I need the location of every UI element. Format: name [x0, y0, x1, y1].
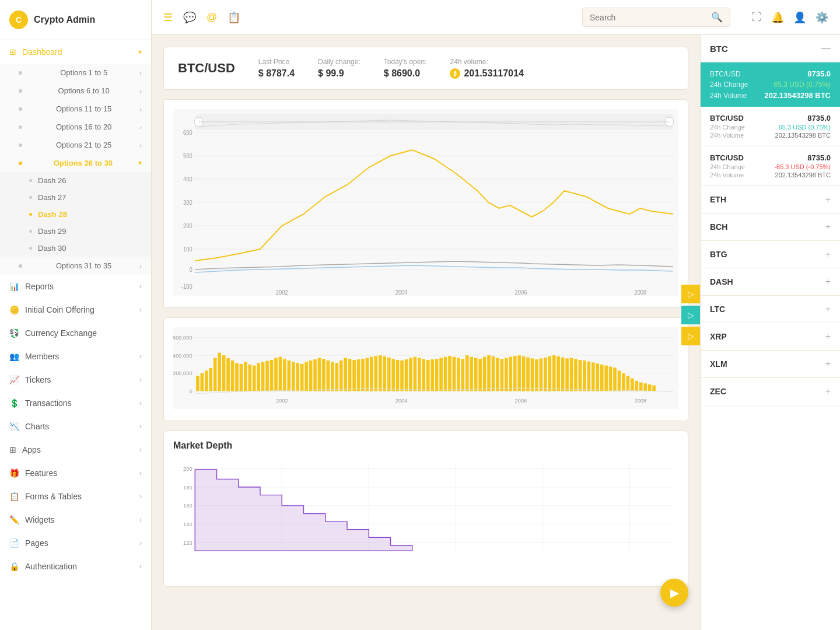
sidebar-item-dash28[interactable]: Dash 28 [0, 206, 151, 223]
sidebar-item-pages[interactable]: 📄 Pages › [0, 531, 151, 555]
chevron-right-icon: › [139, 124, 142, 131]
sidebar-item-exchange[interactable]: 💱 Currency Exchange [0, 321, 151, 345]
trading-pair: BTC/USD [178, 61, 235, 76]
notification-icon[interactable]: 🔔 [771, 11, 784, 24]
auth-icon: 🔒 [9, 562, 19, 571]
svg-rect-59 [288, 360, 291, 391]
active-change-label: 24h Change [710, 80, 748, 89]
svg-text:0: 0 [189, 388, 192, 394]
sidebar-item-members[interactable]: 👥 Members › [0, 345, 151, 368]
sidebar-item-transactions[interactable]: 💲 Transactions › [0, 391, 151, 415]
sidebar-item-dashboard[interactable]: ⊞ Dashboard ▾ [0, 40, 151, 64]
sidebar-item-ico[interactable]: 🪙 Initial Coin Offering › [0, 298, 151, 321]
search-input[interactable] [590, 13, 706, 22]
widgets-icon: ✏️ [9, 515, 19, 524]
svg-text:300: 300 [183, 200, 192, 206]
rp-xrp-item[interactable]: XRP + [701, 323, 840, 351]
main-area: ☰ 💬 @ 📋 🔍 ⛶ 🔔 👤 ⚙️ BTC/USD Last Price $ … [152, 0, 840, 630]
chevron-right-icon: › [139, 376, 142, 384]
svg-rect-138 [631, 379, 634, 391]
svg-text:400,000: 400,000 [173, 353, 192, 359]
chevron-down-icon: ▾ [138, 48, 142, 56]
rp-bch-item[interactable]: BCH + [701, 214, 840, 241]
sidebar-item-auth[interactable]: 🔒 Authentication › [0, 555, 151, 578]
svg-rect-77 [366, 358, 369, 391]
market-depth-title: Market Depth [173, 440, 678, 451]
svg-rect-111 [513, 356, 517, 391]
float-btn-icon: ▶ [670, 586, 679, 600]
dashboard-content: BTC/USD Last Price $ 8787.4 Daily change… [152, 35, 700, 630]
sidebar-item-dash27[interactable]: Dash 27 [0, 189, 151, 206]
sub-group-options-1-5[interactable]: Options 1 to 5 › [0, 64, 151, 82]
app-name: Crypto Admin [34, 15, 95, 25]
svg-rect-65 [313, 359, 317, 391]
sidebar-item-dash30[interactable]: Dash 30 [0, 240, 151, 257]
chevron-right-icon: › [139, 69, 142, 76]
svg-rect-74 [352, 360, 356, 391]
rp-ltc-item[interactable]: LTC + [701, 296, 840, 323]
user-icon[interactable]: 👤 [793, 11, 806, 24]
side-float-button-3[interactable]: ▷ [681, 327, 700, 345]
svg-rect-49 [244, 362, 247, 391]
svg-rect-62 [300, 364, 304, 391]
sub-group-options-11-15[interactable]: Options 11 to 15 › [0, 100, 151, 118]
svg-rect-57 [279, 357, 282, 391]
chat-icon[interactable]: 💬 [183, 11, 196, 24]
collapse-btc-button[interactable]: — [821, 43, 831, 54]
floating-action-button[interactable]: ▶ [660, 579, 688, 607]
sub-group-options-6-10[interactable]: Options 6 to 10 › [0, 82, 151, 100]
svg-rect-54 [265, 361, 269, 391]
sub-group-options-31-35[interactable]: Options 31 to 35 › [0, 257, 151, 275]
rp-btg-item[interactable]: BTG + [701, 241, 840, 268]
sub-group-options-26-30[interactable]: Options 26 to 30 ▾ [0, 154, 151, 172]
svg-rect-115 [531, 358, 534, 391]
rp-dash-item[interactable]: DASH + [701, 268, 840, 296]
menu-icon[interactable]: ☰ [163, 11, 173, 24]
sub-group-options-16-20[interactable]: Options 16 to 20 › [0, 118, 151, 136]
svg-rect-68 [327, 360, 330, 391]
charts-icon: 📉 [9, 422, 19, 431]
svg-text:2008: 2008 [634, 289, 646, 296]
sidebar-item-tickers[interactable]: 📈 Tickers › [0, 368, 151, 391]
sidebar-item-apps[interactable]: ⊞ Apps › [0, 438, 151, 461]
sidebar-item-dash29[interactable]: Dash 29 [0, 223, 151, 240]
svg-rect-112 [517, 355, 521, 391]
side-float-button-1[interactable]: ▷ [681, 285, 700, 303]
sidebar-item-forms[interactable]: 📋 Forms & Tables › [0, 485, 151, 508]
svg-rect-56 [274, 358, 278, 391]
svg-rect-38 [196, 376, 200, 391]
sidebar-item-features[interactable]: 🎁 Features › [0, 461, 151, 485]
svg-rect-99 [461, 359, 465, 391]
rp-xlm-item[interactable]: XLM + [701, 351, 840, 378]
svg-rect-116 [535, 359, 538, 391]
svg-text:120: 120 [183, 540, 192, 546]
svg-rect-137 [626, 376, 630, 391]
settings-icon[interactable]: ⚙️ [816, 11, 828, 24]
svg-rect-94 [439, 358, 443, 391]
forms-icon: 📋 [9, 492, 19, 501]
sidebar-dashboard-label: Dashboard [22, 47, 62, 57]
svg-rect-121 [556, 356, 560, 391]
side-float-button-2[interactable]: ▷ [681, 306, 700, 324]
side-float-icon-1: ▷ [688, 289, 694, 299]
sidebar-item-widgets[interactable]: ✏️ Widgets › [0, 508, 151, 531]
svg-rect-83 [391, 359, 395, 391]
sidebar-item-reports[interactable]: 📊 Reports › [0, 275, 151, 298]
clipboard-icon[interactable]: 📋 [228, 11, 240, 24]
svg-rect-123 [565, 358, 569, 391]
at-icon[interactable]: @ [206, 11, 217, 23]
svg-text:140: 140 [183, 522, 192, 527]
expand-eth-icon: + [825, 194, 831, 205]
svg-rect-136 [622, 373, 625, 391]
rp-zec-item[interactable]: ZEC + [701, 378, 840, 405]
svg-rect-84 [396, 360, 400, 391]
sub-group-options-21-25[interactable]: Options 21 to 25 › [0, 136, 151, 154]
sidebar-item-dash26[interactable]: Dash 26 [0, 172, 151, 189]
sidebar-item-charts[interactable]: 📉 Charts › [0, 415, 151, 438]
svg-rect-64 [309, 360, 313, 391]
expand-dash-icon: + [825, 276, 831, 287]
svg-rect-128 [587, 362, 591, 391]
svg-rect-133 [609, 366, 612, 391]
fullscreen-icon[interactable]: ⛶ [751, 11, 762, 23]
rp-eth-item[interactable]: ETH + [701, 186, 840, 214]
